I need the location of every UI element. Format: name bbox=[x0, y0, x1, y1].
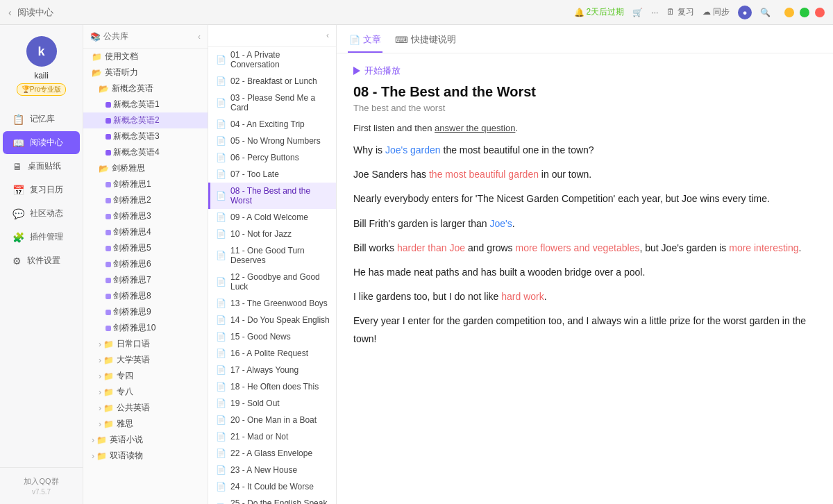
tree-item-novel[interactable]: › 📁 英语小说 bbox=[83, 432, 208, 448]
version-label: v7.5.7 bbox=[8, 488, 74, 496]
chevron-right-icon: › bbox=[99, 419, 101, 429]
tree-item-jianqiao[interactable]: 📂 剑桥雅思 bbox=[83, 160, 208, 176]
extension-item[interactable]: ● bbox=[738, 6, 752, 19]
lesson-item-10[interactable]: 📄10 - Not for Jazz bbox=[208, 226, 336, 242]
lesson-item-16[interactable]: 📄16 - A Polite Request bbox=[208, 345, 336, 362]
play-button[interactable]: 开始播放 bbox=[353, 65, 816, 77]
doc-icon: 📄 bbox=[216, 76, 226, 86]
tree-item-jy2[interactable]: 剑桥雅思2 bbox=[83, 192, 208, 208]
close-button[interactable] bbox=[815, 8, 825, 17]
doc-icon: 📄 bbox=[216, 191, 226, 201]
tree-item-jy9[interactable]: 剑桥雅思9 bbox=[83, 304, 208, 320]
lesson-item-22[interactable]: 📄22 - A Glass Envelope bbox=[208, 445, 336, 462]
doc-icon: 📄 bbox=[216, 432, 226, 442]
lesson-item-06[interactable]: 📄06 - Percy Buttons bbox=[208, 149, 336, 166]
collapse-icon[interactable]: ‹ bbox=[326, 31, 329, 40]
maximize-button[interactable] bbox=[800, 8, 809, 17]
tree-panel: 📚 公共库 ‹ 📁 使用文档 📂 英语听力 📂 新概念英语 新概念英语1 新概念… bbox=[83, 25, 208, 504]
lesson-item-09[interactable]: 📄09 - A Cold Welcome bbox=[208, 209, 336, 226]
lesson-item-11[interactable]: 📄11 - One Good Turn Deserves bbox=[208, 242, 336, 269]
sidebar: k kaili 🏆Pro专业版 📋 记忆库 📖 阅读中心 🖥 桌面贴纸 📅 复习… bbox=[0, 25, 83, 504]
tree-item-jy5[interactable]: 剑桥雅思5 bbox=[83, 240, 208, 256]
lesson-item-15[interactable]: 📄15 - Good News bbox=[208, 328, 336, 345]
tree-item-bilingual[interactable]: › 📁 双语读物 bbox=[83, 448, 208, 464]
tab-shortcuts[interactable]: ⌨ 快捷键说明 bbox=[394, 31, 457, 53]
tree-item-jy10[interactable]: 剑桥雅思10 bbox=[83, 320, 208, 336]
lesson-item-20[interactable]: 📄20 - One Man in a Boat bbox=[208, 412, 336, 428]
lesson-item-18[interactable]: 📄18 - He Often does This bbox=[208, 378, 336, 395]
tree-item-shiyong[interactable]: 📁 使用文档 bbox=[83, 49, 208, 65]
tree-item-jy3[interactable]: 剑桥雅思3 bbox=[83, 208, 208, 224]
lesson-item-13[interactable]: 📄13 - The Greenwood Boys bbox=[208, 295, 336, 312]
tree-item-jy8[interactable]: 剑桥雅思8 bbox=[83, 288, 208, 304]
tree-item-jy7[interactable]: 剑桥雅思7 bbox=[83, 272, 208, 288]
tree-item-daily[interactable]: › 📁 日常口语 bbox=[83, 336, 208, 352]
lesson-item-04[interactable]: 📄04 - An Exciting Trip bbox=[208, 116, 336, 133]
collapse-icon[interactable]: ‹ bbox=[198, 32, 201, 42]
lesson-item-12[interactable]: 📄12 - Goodbye and Good Luck bbox=[208, 269, 336, 295]
tree-item-yasi[interactable]: › 📁 雅思 bbox=[83, 416, 208, 432]
sidebar-item-community[interactable]: 💬 社区动态 bbox=[3, 202, 80, 225]
lesson-item-21[interactable]: 📄21 - Mad or Not bbox=[208, 428, 336, 445]
lesson-list: 📄01 - A Private Conversation📄02 - Breakf… bbox=[208, 47, 336, 504]
search-icon[interactable]: 🔍 bbox=[760, 8, 771, 17]
paragraph-4: Bill Frith's garden is larger than Joe's… bbox=[353, 215, 816, 233]
window-title: 阅读中心 bbox=[17, 6, 53, 19]
content-tabs: 📄 文章 ⌨ 快捷键说明 bbox=[337, 25, 833, 53]
lesson-item-25[interactable]: 📄25 - Do the English Speak E bbox=[208, 495, 336, 504]
sidebar-nav: 📋 记忆库 📖 阅读中心 🖥 桌面贴纸 📅 复习日历 💬 社区动态 🧩 bbox=[0, 101, 83, 467]
book-icon bbox=[106, 134, 111, 140]
lesson-item-17[interactable]: 📄17 - Always Young bbox=[208, 362, 336, 378]
paragraph-6: He has made neat paths and has built a w… bbox=[353, 264, 816, 281]
doc-icon: 📄 bbox=[216, 299, 226, 308]
lesson-item-05[interactable]: 📄05 - No Wrong Numbers bbox=[208, 133, 336, 149]
more-item[interactable]: ··· bbox=[651, 8, 658, 17]
review-item[interactable]: 🗓 复习 bbox=[666, 6, 693, 18]
folder-icon: 📁 bbox=[103, 371, 114, 381]
lesson-item-23[interactable]: 📄23 - A New House bbox=[208, 462, 336, 478]
folder-icon: 📁 bbox=[92, 52, 102, 62]
alert-item[interactable]: 🔔 🔔 2天后过期 2天后过期 bbox=[574, 6, 625, 18]
lesson-item-03[interactable]: 📄03 - Please Send Me a Card bbox=[208, 90, 336, 116]
doc-icon: 📄 bbox=[216, 169, 226, 179]
tree-item-xgn2[interactable]: 新概念英语2 bbox=[83, 112, 208, 128]
lesson-item-19[interactable]: 📄19 - Sold Out bbox=[208, 395, 336, 412]
tree-item-xingainian[interactable]: 📂 新概念英语 bbox=[83, 81, 208, 96]
doc-icon: 📄 bbox=[216, 465, 226, 475]
book-icon bbox=[106, 230, 111, 235]
lesson-item-24[interactable]: 📄24 - It Could be Worse bbox=[208, 478, 336, 495]
paragraph-3: Nearly everybody enters for 'The Nicest … bbox=[353, 190, 816, 208]
tree-item-yingyu-tinglie[interactable]: 📂 英语听力 bbox=[83, 65, 208, 81]
lesson-item-14[interactable]: 📄14 - Do You Speak English bbox=[208, 312, 336, 328]
sidebar-item-plugins[interactable]: 🧩 插件管理 bbox=[3, 226, 80, 249]
tree-item-xgn3[interactable]: 新概念英语3 bbox=[83, 128, 208, 144]
lesson-item-08[interactable]: 📄08 - The Best and the Worst bbox=[208, 183, 336, 209]
tree-item-zhuan8[interactable]: › 📁 专八 bbox=[83, 384, 208, 400]
sidebar-item-reading[interactable]: 📖 阅读中心 bbox=[3, 131, 80, 154]
doc-icon: 📄 bbox=[216, 315, 226, 325]
sidebar-item-memory[interactable]: 📋 记忆库 bbox=[3, 108, 80, 131]
doc-icon: 📄 bbox=[216, 251, 226, 260]
memory-icon: 📋 bbox=[12, 114, 24, 125]
lesson-item-01[interactable]: 📄01 - A Private Conversation bbox=[208, 47, 336, 73]
tree-item-jy4[interactable]: 剑桥雅思4 bbox=[83, 224, 208, 240]
tree-item-jy6[interactable]: 剑桥雅思6 bbox=[83, 256, 208, 272]
minimize-button[interactable] bbox=[784, 8, 794, 17]
tree-item-xgn1[interactable]: 新概念英语1 bbox=[83, 96, 208, 112]
tree-item-xgn4[interactable]: 新概念英语4 bbox=[83, 144, 208, 160]
tree-item-zhuan4[interactable]: › 📁 专四 bbox=[83, 368, 208, 384]
tree-item-daxue[interactable]: › 📁 大学英语 bbox=[83, 352, 208, 368]
join-qq-button[interactable]: 加入QQ群 bbox=[8, 476, 74, 487]
sidebar-item-calendar[interactable]: 📅 复习日历 bbox=[3, 178, 80, 201]
library-label: 公共库 bbox=[103, 31, 128, 42]
sidebar-item-settings[interactable]: ⚙ 软件设置 bbox=[3, 249, 80, 272]
sync-item[interactable]: ☁ 同步 bbox=[702, 6, 730, 18]
cart-item[interactable]: 🛒 bbox=[632, 8, 643, 17]
sidebar-item-desktop[interactable]: 🖥 桌面贴纸 bbox=[3, 155, 80, 178]
tree-item-gonggong[interactable]: › 📁 公共英语 bbox=[83, 400, 208, 416]
lesson-item-07[interactable]: 📄07 - Too Late bbox=[208, 166, 336, 183]
tab-article[interactable]: 📄 文章 bbox=[348, 31, 382, 53]
tree-item-jy1[interactable]: 剑桥雅思1 bbox=[83, 176, 208, 192]
lesson-item-02[interactable]: 📄02 - Breakfast or Lunch bbox=[208, 73, 336, 90]
back-button[interactable]: ‹ bbox=[8, 7, 12, 18]
